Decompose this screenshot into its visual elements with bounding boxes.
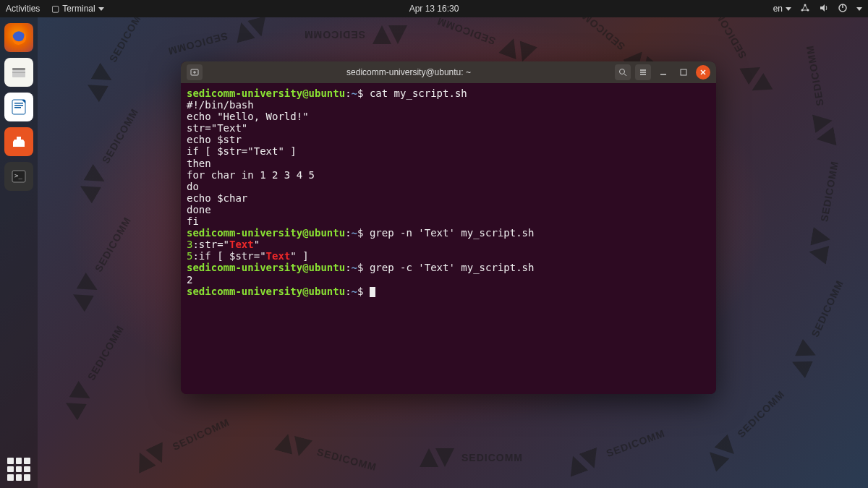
window-title: sedicomm-university@ubuntu: ~ (203, 67, 615, 77)
svg-rect-8 (12, 72, 25, 73)
minimize-button[interactable] (655, 64, 671, 80)
svg-rect-24 (681, 69, 686, 75)
power-icon[interactable] (838, 3, 848, 15)
language-label: en (773, 4, 783, 14)
svg-point-18 (620, 69, 625, 74)
svg-rect-12 (14, 107, 21, 108)
svg-rect-7 (12, 70, 25, 77)
dock-libreoffice-writer[interactable] (4, 93, 33, 121)
chevron-down-icon (786, 7, 791, 11)
dock: >_ (0, 17, 38, 488)
app-menu-label: Terminal (62, 4, 95, 14)
terminal-icon: ▢ (51, 4, 59, 14)
terminal-window: sedicomm-university@ubuntu: ~ sedicomm-u… (181, 61, 716, 394)
dock-software[interactable] (4, 127, 33, 156)
close-button[interactable] (696, 65, 710, 80)
dock-files[interactable] (4, 58, 33, 87)
svg-rect-6 (12, 68, 25, 70)
window-titlebar[interactable]: sedicomm-university@ubuntu: ~ (181, 61, 716, 83)
svg-line-19 (624, 74, 626, 76)
maximize-button[interactable] (676, 64, 692, 80)
terminal-body[interactable]: sedicomm-university@ubuntu:~$ cat my_scr… (181, 83, 716, 394)
language-indicator[interactable]: en (773, 4, 791, 14)
network-icon[interactable] (800, 3, 810, 15)
hamburger-menu-button[interactable] (635, 64, 651, 80)
volume-icon[interactable] (819, 3, 829, 15)
clock[interactable]: Apr 13 16:30 (409, 4, 459, 14)
search-button[interactable] (615, 64, 631, 80)
activities-button[interactable]: Activities (6, 4, 40, 14)
new-tab-button[interactable] (187, 64, 203, 80)
chevron-down-icon (98, 7, 104, 11)
dock-firefox[interactable] (4, 23, 33, 52)
gnome-topbar: Activities ▢ Terminal Apr 13 16:30 en (0, 0, 868, 17)
svg-rect-11 (14, 105, 23, 106)
app-menu-terminal[interactable]: ▢ Terminal (51, 4, 103, 14)
svg-text:>_: >_ (14, 172, 22, 179)
show-applications-button[interactable] (7, 458, 30, 481)
chevron-down-icon (856, 7, 862, 11)
svg-rect-10 (14, 103, 23, 104)
dock-terminal[interactable]: >_ (4, 162, 33, 191)
